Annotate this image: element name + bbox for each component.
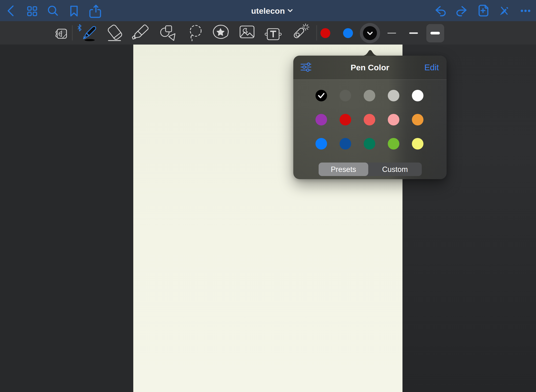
svg-text:Presets: Presets — [331, 165, 356, 174]
svg-text:Custom: Custom — [382, 165, 408, 174]
svg-text:utelecon: utelecon — [251, 6, 285, 15]
svg-text:Pen Color: Pen Color — [351, 63, 389, 72]
svg-text:Edit: Edit — [424, 63, 439, 72]
